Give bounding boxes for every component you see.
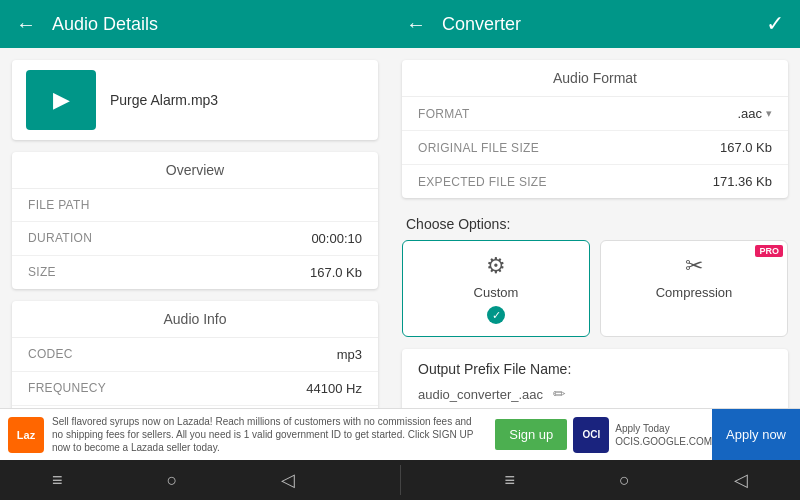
choose-options-section: Choose Options: ⚙ Custom ✓ PRO ✂ Compres… <box>402 210 788 337</box>
oci-logo: OCI <box>573 417 609 453</box>
codec-value: mp3 <box>337 347 362 362</box>
right-header-left: ← Converter <box>406 13 521 36</box>
format-row[interactable]: FORMAT .aac ▾ <box>402 97 788 131</box>
audio-file-card: ▶ Purge Alarm.mp3 <box>12 60 378 140</box>
compression-scissors-icon: ✂ <box>685 253 703 279</box>
right-panel: ← Converter ✓ Audio Format FORMAT .aac ▾… <box>390 0 800 408</box>
custom-gear-icon: ⚙ <box>486 253 506 279</box>
size-row: SIZE 167.0 Kb <box>12 256 378 289</box>
duration-row: DURATION 00:00:10 <box>12 222 378 256</box>
signup-button[interactable]: Sign up <box>495 419 567 450</box>
format-value: .aac ▾ <box>737 106 772 121</box>
format-dropdown-icon: ▾ <box>766 107 772 120</box>
right-back-button[interactable]: ← <box>406 13 426 36</box>
left-back-button[interactable]: ← <box>16 13 36 36</box>
options-row: ⚙ Custom ✓ PRO ✂ Compression <box>402 240 788 337</box>
pro-badge: PRO <box>755 245 783 257</box>
output-prefix-card: Output Prefix File Name: audio_converter… <box>402 349 788 408</box>
overview-title: Overview <box>12 152 378 189</box>
expected-size-value: 171.36 Kb <box>713 174 772 189</box>
right-header: ← Converter ✓ <box>390 0 800 48</box>
frequency-row: FREQUNECY 44100 Hz <box>12 372 378 406</box>
right-content: Audio Format FORMAT .aac ▾ ORIGINAL FILE… <box>390 48 800 408</box>
compression-option-button[interactable]: PRO ✂ Compression <box>600 240 788 337</box>
play-icon: ▶ <box>53 87 70 113</box>
expected-size-label: EXPECTED FILE SIZE <box>418 175 547 189</box>
codec-label: CODEC <box>28 347 73 362</box>
ad-right-content: OCI Apply TodayOCIS.GOOGLE.COM <box>573 417 712 453</box>
prefix-value-row: audio_converter_.aac ✏ <box>418 385 772 403</box>
left-panel-title: Audio Details <box>52 14 158 35</box>
prefix-value: audio_converter_.aac <box>418 387 543 402</box>
left-content: ▶ Purge Alarm.mp3 Overview FILE PATH DUR… <box>0 48 390 408</box>
compression-option-label: Compression <box>656 285 733 300</box>
nav-home-icon-left[interactable]: ○ <box>167 470 178 491</box>
frequency-label: FREQUNECY <box>28 381 106 396</box>
left-header: ← Audio Details <box>0 0 390 48</box>
choose-options-label: Choose Options: <box>402 210 788 240</box>
original-size-label: ORIGINAL FILE SIZE <box>418 141 539 155</box>
ad-left-text: Sell flavored syrups now on Lazada! Reac… <box>52 415 481 454</box>
ad-bar: Laz Sell flavored syrups now on Lazada! … <box>0 408 800 460</box>
bottom-nav: ≡ ○ ◁ ≡ ○ ◁ <box>0 460 800 500</box>
ad-left-content: Laz Sell flavored syrups now on Lazada! … <box>0 411 489 458</box>
confirm-button[interactable]: ✓ <box>766 11 784 37</box>
audio-info-title: Audio Info <box>12 301 378 338</box>
left-panel: ← Audio Details ▶ Purge Alarm.mp3 Overvi… <box>0 0 390 408</box>
apply-now-button[interactable]: Apply now <box>712 409 800 461</box>
overview-card: Overview FILE PATH DURATION 00:00:10 SIZ… <box>12 152 378 289</box>
output-prefix-title: Output Prefix File Name: <box>418 361 772 377</box>
right-panel-title: Converter <box>442 14 521 35</box>
duration-label: DURATION <box>28 231 92 246</box>
expected-size-row: EXPECTED FILE SIZE 171.36 Kb <box>402 165 788 198</box>
codec-row: CODEC mp3 <box>12 338 378 372</box>
play-button[interactable]: ▶ <box>26 70 96 130</box>
format-text: .aac <box>737 106 762 121</box>
file-path-row: FILE PATH <box>12 189 378 222</box>
original-size-row: ORIGINAL FILE SIZE 167.0 Kb <box>402 131 788 165</box>
file-path-label: FILE PATH <box>28 198 90 212</box>
custom-option-button[interactable]: ⚙ Custom ✓ <box>402 240 590 337</box>
audio-file-name: Purge Alarm.mp3 <box>110 92 218 108</box>
custom-selected-indicator: ✓ <box>487 306 505 324</box>
nav-menu-icon-right[interactable]: ≡ <box>505 470 516 491</box>
custom-option-label: Custom <box>474 285 519 300</box>
audio-format-card: Audio Format FORMAT .aac ▾ ORIGINAL FILE… <box>402 60 788 198</box>
audio-format-title: Audio Format <box>402 60 788 97</box>
nav-divider <box>400 465 401 495</box>
ad-right-text: Apply TodayOCIS.GOOGLE.COM <box>615 422 712 448</box>
nav-home-icon-right[interactable]: ○ <box>619 470 630 491</box>
nav-back-icon-right[interactable]: ◁ <box>734 469 748 491</box>
frequency-value: 44100 Hz <box>306 381 362 396</box>
nav-back-icon-left[interactable]: ◁ <box>281 469 295 491</box>
audio-info-card: Audio Info CODEC mp3 FREQUNECY 44100 Hz … <box>12 301 378 408</box>
size-label: SIZE <box>28 265 56 280</box>
nav-menu-icon-left[interactable]: ≡ <box>52 470 63 491</box>
original-size-value: 167.0 Kb <box>720 140 772 155</box>
size-value: 167.0 Kb <box>310 265 362 280</box>
duration-value: 00:00:10 <box>311 231 362 246</box>
lazada-logo: Laz <box>8 417 44 453</box>
format-label: FORMAT <box>418 107 470 121</box>
edit-icon[interactable]: ✏ <box>553 385 566 403</box>
